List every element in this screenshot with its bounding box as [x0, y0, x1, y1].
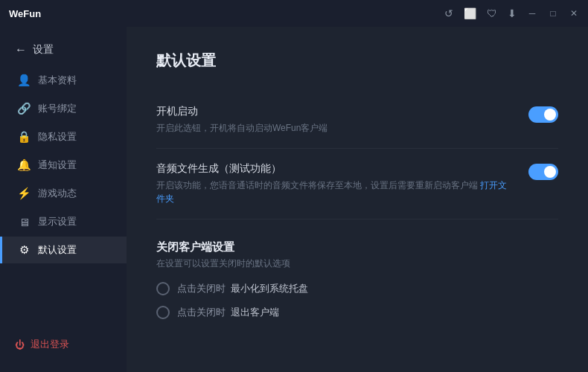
close-section-desc: 在设置可以设置关闭时的默认选项 [156, 257, 558, 270]
close-section-title: 关闭客户端设置 [156, 240, 558, 254]
account-icon: 🔗 [17, 102, 31, 115]
sidebar-item-display[interactable]: 🖥 显示设置 [0, 208, 127, 235]
startup-sublabel: 开启此选钮，开机将自动启动WeFun客户端 [156, 121, 514, 135]
main-layout: ← 设置 👤 基本资料 🔗 账号绑定 🔒 隐私设置 🔔 通知设置 ⚡ 游 [0, 27, 588, 372]
history-icon[interactable]: ↺ [444, 7, 453, 19]
startup-toggle[interactable] [528, 106, 558, 123]
startup-setting-info: 开机启动 开启此选钮，开机将自动启动WeFun客户端 [156, 105, 514, 135]
logout-button[interactable]: ⏻ 退出登录 [15, 338, 112, 351]
power-icon: ⏻ [15, 339, 25, 350]
audio-setting-info: 音频文件生成（测试功能） 开启该功能，您语音通话时的音频文件将保存至本地，设置后… [156, 162, 514, 205]
privacy-icon: 🔒 [17, 130, 31, 144]
close-button[interactable]: ✕ [569, 8, 579, 19]
sidebar-item-account[interactable]: 🔗 账号绑定 [0, 95, 127, 122]
sidebar-item-display-label: 显示设置 [38, 215, 77, 228]
titlebar: WeFun ↺ ⬜ 🛡 ⬇ ─ □ ✕ [0, 0, 588, 27]
notifications-icon: 🔔 [17, 158, 31, 172]
back-button[interactable]: ← 设置 [0, 39, 127, 67]
back-arrow-icon: ← [15, 43, 27, 57]
sidebar-item-games-label: 游戏动态 [38, 187, 77, 200]
sidebar-item-notifications[interactable]: 🔔 通知设置 [0, 152, 127, 179]
shield-icon[interactable]: 🛡 [487, 7, 497, 19]
minimize-button[interactable]: ─ [527, 8, 537, 19]
startup-setting-row: 开机启动 开启此选钮，开机将自动启动WeFun客户端 [156, 92, 558, 149]
audio-sublabel: 开启该功能，您语音通话时的音频文件将保存至本地，设置后需要重新启动客户端 打开文… [156, 179, 514, 205]
display-icon: 🖥 [17, 216, 31, 228]
radio-minimize-circle[interactable] [156, 282, 170, 295]
window-icon[interactable]: ⬜ [464, 7, 476, 19]
sidebar: ← 设置 👤 基本资料 🔗 账号绑定 🔒 隐私设置 🔔 通知设置 ⚡ 游 [0, 27, 127, 372]
radio-minimize[interactable]: 点击关闭时 最小化到系统托盘 [156, 282, 558, 295]
radio-exit[interactable]: 点击关闭时 退出客户端 [156, 306, 558, 319]
audio-label: 音频文件生成（测试功能） [156, 162, 514, 176]
back-label: 设置 [33, 43, 54, 57]
app-logo: WeFun [9, 8, 41, 19]
sidebar-item-privacy[interactable]: 🔒 隐私设置 [0, 124, 127, 150]
sidebar-item-games[interactable]: ⚡ 游戏动态 [0, 180, 127, 207]
sidebar-footer: ⏻ 退出登录 [0, 329, 127, 360]
sidebar-item-privacy-label: 隐私设置 [38, 130, 77, 144]
sidebar-item-basic-label: 基本资料 [38, 74, 77, 87]
page-title: 默认设置 [156, 51, 558, 71]
audio-toggle[interactable] [528, 164, 558, 180]
games-icon: ⚡ [17, 187, 31, 200]
download-icon[interactable]: ⬇ [508, 7, 517, 19]
startup-label: 开机启动 [156, 105, 514, 118]
audio-setting-row: 音频文件生成（测试功能） 开启该功能，您语音通话时的音频文件将保存至本地，设置后… [156, 149, 558, 219]
radio-exit-label: 点击关闭时 退出客户端 [177, 306, 279, 319]
sidebar-item-default[interactable]: ⚙ 默认设置 [0, 237, 127, 263]
radio-minimize-label: 点击关闭时 最小化到系统托盘 [177, 282, 308, 295]
sidebar-item-basic[interactable]: 👤 基本资料 [0, 67, 127, 94]
close-client-section: 关闭客户端设置 在设置可以设置关闭时的默认选项 点击关闭时 最小化到系统托盘 点… [156, 225, 558, 319]
titlebar-left: WeFun [9, 8, 41, 19]
default-icon: ⚙ [17, 243, 31, 257]
sidebar-nav: 👤 基本资料 🔗 账号绑定 🔒 隐私设置 🔔 通知设置 ⚡ 游戏动态 🖥 [0, 67, 127, 329]
radio-exit-circle[interactable] [156, 306, 170, 319]
content-area: 默认设置 开机启动 开启此选钮，开机将自动启动WeFun客户端 音频文件生成（测… [127, 27, 588, 372]
maximize-button[interactable]: □ [548, 8, 558, 19]
basic-icon: 👤 [17, 74, 31, 87]
sidebar-item-notifications-label: 通知设置 [38, 158, 77, 172]
sidebar-item-default-label: 默认设置 [38, 243, 77, 257]
logout-label: 退出登录 [31, 338, 69, 351]
titlebar-controls: ↺ ⬜ 🛡 ⬇ ─ □ ✕ [444, 7, 579, 19]
sidebar-item-account-label: 账号绑定 [38, 102, 77, 115]
